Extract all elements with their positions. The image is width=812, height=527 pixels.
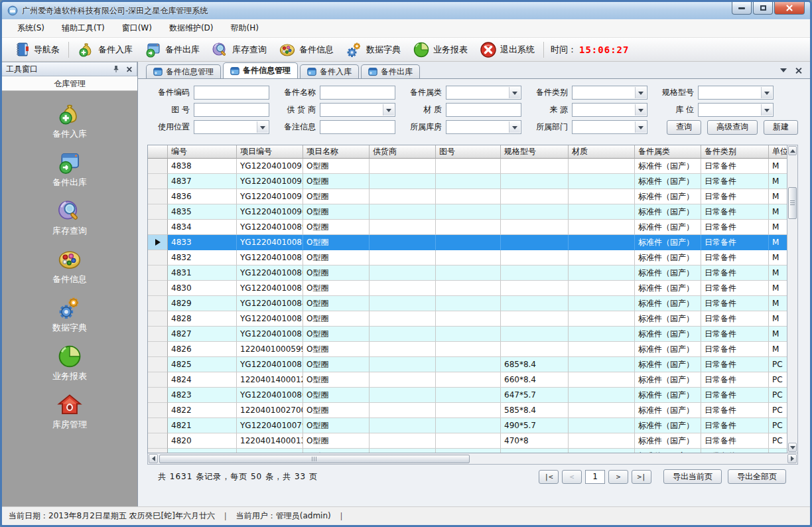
tab-parts-out[interactable]: 备件出库 — [361, 64, 420, 78]
hscroll-thumb[interactable] — [159, 455, 470, 463]
panel-close-icon[interactable] — [126, 66, 132, 72]
scroll-left-button[interactable] — [149, 454, 158, 463]
column-header[interactable]: 备件属类 — [635, 145, 701, 159]
table-cell — [436, 449, 501, 453]
table-cell: M — [769, 327, 787, 342]
last-page-button[interactable]: >| — [632, 470, 651, 484]
field-select[interactable] — [194, 120, 269, 134]
table-row[interactable]: 4834YG12204010089O型圈标准件（国产）日常备件M — [148, 220, 787, 235]
toolbar-button-parts-info[interactable]: 备件信息 — [273, 39, 340, 60]
menu-item[interactable]: 系统(S) — [9, 19, 53, 37]
toolbar-button-navbar[interactable]: 导航条 — [7, 39, 66, 60]
table-row[interactable]: 4832YG12204010087O型圈标准件（国产）日常备件M — [148, 250, 787, 265]
sidebar-item-data-dict[interactable]: 数据字典 — [52, 295, 87, 334]
table-row[interactable]: 4837YG12204010092O型圈标准件（国产）日常备件M — [148, 174, 787, 189]
toolbar-button-parts-out[interactable]: 备件出库 — [139, 39, 206, 60]
table-row[interactable]: 4827YG12204010082O型圈标准件（国产）日常备件M — [148, 327, 787, 342]
vscroll-thumb[interactable] — [788, 187, 797, 219]
table-row[interactable]: 4838YG12204010093O型圈标准件（国产）日常备件M — [148, 159, 787, 174]
toolbar-button-parts-in[interactable]: 备件入库 — [72, 39, 139, 60]
menu-item[interactable]: 窗口(W) — [113, 19, 161, 37]
toolbar-button-stock-query[interactable]: 库存查询 — [206, 39, 273, 60]
column-header[interactable]: 编号 — [168, 145, 237, 159]
field-input[interactable] — [194, 86, 269, 100]
vertical-scrollbar[interactable] — [787, 145, 798, 453]
toolbar-button-exit[interactable]: 退出系统 — [474, 39, 541, 60]
column-header[interactable]: 项目编号 — [237, 145, 303, 159]
export-all-pages-button[interactable]: 导出全部页 — [728, 469, 786, 484]
scroll-right-button[interactable] — [787, 454, 797, 463]
field-input[interactable] — [446, 103, 521, 117]
table-row[interactable]: 4825YG12204010081O型圈685*8.4标准件（国产）日常备件PC — [148, 357, 787, 372]
sidebar-item-parts-out[interactable]: 备件出库 — [52, 150, 87, 188]
menu-item[interactable]: 数据维护(D) — [161, 19, 222, 37]
table-cell — [436, 403, 501, 418]
prev-page-button[interactable]: < — [562, 470, 582, 484]
field-select[interactable] — [320, 103, 395, 117]
field-input[interactable] — [320, 120, 395, 134]
close-button[interactable] — [774, 2, 805, 15]
field-select[interactable] — [572, 86, 647, 100]
pin-icon[interactable] — [112, 65, 120, 73]
next-page-button[interactable]: > — [608, 470, 628, 484]
field-select[interactable] — [446, 120, 521, 134]
table-row[interactable]: 48241220401400012O型圈660*8.4标准件（国产）日常备件PC — [148, 372, 787, 388]
tab-parts-in[interactable]: 备件入库 — [300, 64, 359, 78]
export-current-page-button[interactable]: 导出当前页 — [663, 469, 722, 484]
table-row[interactable]: 4828YG12204010083O型圈标准件（国产）日常备件M — [148, 311, 787, 327]
table-row[interactable]: O型圈标准件（国产）日常备件 — [148, 449, 787, 453]
field-select[interactable] — [698, 103, 774, 117]
menu-item[interactable]: 帮助(H) — [222, 19, 267, 37]
tab-parts-info-mgmt-2[interactable]: 备件信息管理 — [223, 62, 298, 78]
scroll-up-button[interactable] — [788, 146, 797, 155]
first-page-button[interactable]: |< — [539, 470, 559, 484]
field-input[interactable] — [320, 86, 395, 100]
maximize-button[interactable] — [753, 2, 773, 15]
page-number-input[interactable] — [585, 470, 605, 484]
tab-close-icon[interactable] — [795, 67, 802, 74]
field-select[interactable] — [572, 120, 647, 134]
toolbar-button-report[interactable]: 业务报表 — [407, 39, 474, 60]
field-input[interactable] — [194, 103, 269, 117]
vscroll-track[interactable] — [788, 155, 797, 443]
table-row[interactable]: 4836YG12204010091O型圈标准件（国产）日常备件M — [148, 189, 787, 204]
table-row[interactable]: 4829YG12204010084O型圈标准件（国产）日常备件M — [148, 296, 787, 311]
new-button[interactable]: 新建 — [764, 120, 798, 135]
field-select[interactable] — [446, 86, 521, 100]
table-row[interactable]: 4821YG12204010079O型圈490*5.7标准件（国产）日常备件PC — [148, 418, 787, 433]
sidebar-item-stock-query[interactable]: 库存查询 — [52, 198, 87, 237]
column-header[interactable]: 单位 — [769, 145, 787, 159]
table-row[interactable]: 48201220401400013O型圈470*8标准件（国产）日常备件PC — [148, 433, 787, 449]
query-button[interactable]: 查询 — [667, 120, 701, 135]
column-header[interactable]: 规格型号 — [501, 145, 569, 159]
sidebar-item-parts-info[interactable]: 备件信息 — [52, 247, 87, 285]
table-cell: 标准件（国产） — [635, 220, 701, 235]
horizontal-scrollbar[interactable] — [147, 453, 798, 465]
table-row[interactable]: 48221220401002700O型圈585*8.4标准件（国产）日常备件PC — [148, 403, 787, 418]
sidebar-item-parts-in[interactable]: 备件入库 — [52, 102, 87, 140]
table-row[interactable]: 48261220401000599O型圈标准件（国产）日常备件M — [148, 342, 787, 357]
table-row[interactable]: 4830YG12204010085O型圈标准件（国产）日常备件M — [148, 281, 787, 296]
toolbar-button-data-dict[interactable]: 数据字典 — [340, 39, 407, 60]
column-header[interactable]: 材质 — [569, 145, 635, 159]
menu-item[interactable]: 辅助工具(T) — [53, 19, 113, 37]
minimize-button[interactable] — [732, 2, 752, 15]
tab-parts-info-mgmt-1[interactable]: 备件信息管理 — [146, 64, 221, 78]
advanced-query-button[interactable]: 高级查询 — [707, 120, 758, 135]
table-row[interactable]: 4835YG12204010090O型圈标准件（国产）日常备件M — [148, 204, 787, 220]
column-header[interactable]: 备件类别 — [701, 145, 769, 159]
table-row[interactable]: 4823YG12204010080O型圈647*5.7标准件（国产）日常备件PC — [148, 388, 787, 403]
column-header[interactable]: 供货商 — [370, 145, 436, 159]
table-row[interactable]: 4831YG12204010086O型圈标准件（国产）日常备件M — [148, 265, 787, 281]
sidebar-item-warehouse[interactable]: 库房管理 — [52, 392, 87, 431]
column-header[interactable]: 图号 — [436, 145, 501, 159]
table-row[interactable]: 4833YG12204010088O型圈标准件（国产）日常备件M — [148, 235, 787, 250]
column-header[interactable]: 项目名称 — [303, 145, 370, 159]
sidebar-item-report[interactable]: 业务报表 — [52, 344, 87, 382]
hscroll-track[interactable] — [158, 455, 787, 463]
table-cell: 标准件（国产） — [635, 342, 701, 357]
field-select[interactable] — [698, 86, 774, 100]
field-select[interactable] — [572, 103, 647, 117]
scroll-down-button[interactable] — [788, 443, 797, 452]
chevron-down-icon[interactable] — [780, 68, 787, 76]
